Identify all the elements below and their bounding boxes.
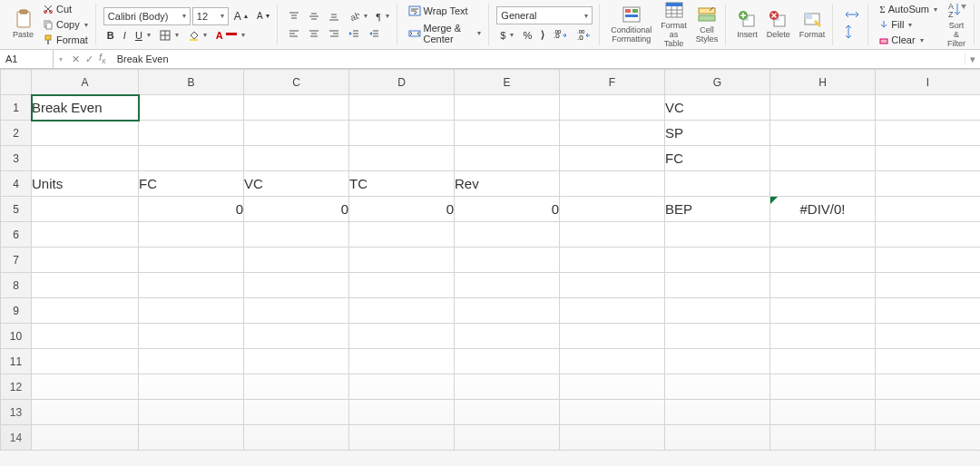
cancel-formula-icon[interactable]: ✕ xyxy=(72,53,80,65)
expand-formula-bar[interactable]: ▾ xyxy=(965,53,980,65)
align-left-button[interactable] xyxy=(285,26,303,41)
format-cells-button[interactable]: Format xyxy=(796,7,829,42)
cell-D12[interactable] xyxy=(349,374,455,400)
cell-G1[interactable]: VC xyxy=(665,95,770,121)
cell-C6[interactable] xyxy=(244,222,349,248)
cell-A9[interactable] xyxy=(32,298,139,324)
cell-B3[interactable] xyxy=(139,146,244,171)
row-header-5[interactable]: 5 xyxy=(1,197,32,222)
cell-A2[interactable] xyxy=(32,121,139,146)
col-header-H[interactable]: H xyxy=(770,70,876,95)
increase-indent-button[interactable] xyxy=(365,26,383,41)
cell-E10[interactable] xyxy=(455,324,560,349)
cell-H10[interactable] xyxy=(770,324,876,349)
cell-E11[interactable] xyxy=(455,349,560,374)
cell-F3[interactable] xyxy=(560,146,665,171)
cell-C10[interactable] xyxy=(244,324,349,349)
cell-D5[interactable]: 0 xyxy=(349,197,455,222)
cell-B12[interactable] xyxy=(139,374,244,400)
cell-C3[interactable] xyxy=(244,146,349,171)
cell-A13[interactable] xyxy=(32,400,139,425)
cell-I14[interactable] xyxy=(876,425,981,451)
cell-C14[interactable] xyxy=(244,425,349,451)
cell-A14[interactable] xyxy=(32,425,139,451)
clear-button[interactable]: Clear▾ xyxy=(876,33,941,47)
align-middle-button[interactable] xyxy=(305,9,323,24)
cell-I5[interactable] xyxy=(876,197,981,222)
col-header-A[interactable]: A xyxy=(32,70,139,95)
cell-F2[interactable] xyxy=(560,121,665,146)
row-header-1[interactable]: 1 xyxy=(1,95,32,121)
cell-G11[interactable] xyxy=(665,349,770,374)
cell-H8[interactable] xyxy=(770,273,876,298)
conditional-formatting-button[interactable]: ConditionalFormatting xyxy=(607,3,655,46)
col-header-E[interactable]: E xyxy=(455,70,560,95)
cell-E2[interactable] xyxy=(455,121,560,146)
cell-A10[interactable] xyxy=(32,324,139,349)
cell-D14[interactable] xyxy=(349,425,455,451)
increase-decimal-button[interactable]: .0.00 xyxy=(550,28,572,43)
cell-E8[interactable] xyxy=(455,273,560,298)
cell-I3[interactable] xyxy=(876,146,981,171)
cell-styles-button[interactable]: CellStyles xyxy=(692,3,722,46)
cell-G14[interactable] xyxy=(665,425,770,451)
cell-H14[interactable] xyxy=(770,425,876,451)
insert-button[interactable]: Insert xyxy=(733,7,761,42)
select-all-corner[interactable] xyxy=(1,70,32,95)
row-header-2[interactable]: 2 xyxy=(1,121,32,146)
col-header-G[interactable]: G xyxy=(665,70,770,95)
cell-D13[interactable] xyxy=(349,400,455,425)
cell-C1[interactable] xyxy=(244,95,349,121)
cell-E13[interactable] xyxy=(455,400,560,425)
fx-icon[interactable]: fx xyxy=(99,52,106,65)
paste-button[interactable]: Paste xyxy=(9,7,37,42)
row-header-12[interactable]: 12 xyxy=(1,374,32,400)
cell-D7[interactable] xyxy=(349,248,455,273)
cell-I6[interactable] xyxy=(876,222,981,248)
cell-I13[interactable] xyxy=(876,400,981,425)
cell-A12[interactable] xyxy=(32,374,139,400)
number-format-select[interactable]: General▾ xyxy=(496,6,593,24)
enter-formula-icon[interactable]: ✓ xyxy=(85,53,93,65)
font-name-select[interactable]: Calibri (Body)▾ xyxy=(103,7,191,25)
border-button[interactable]: ▾ xyxy=(156,28,182,43)
cell-D4[interactable]: TC xyxy=(349,171,455,197)
col-header-C[interactable]: C xyxy=(244,70,349,95)
cell-C12[interactable] xyxy=(244,374,349,400)
cell-A3[interactable] xyxy=(32,146,139,171)
cell-G12[interactable] xyxy=(665,374,770,400)
decrease-indent-button[interactable] xyxy=(345,26,363,41)
cell-G4[interactable] xyxy=(665,171,770,197)
cell-F14[interactable] xyxy=(560,425,665,451)
cell-F12[interactable] xyxy=(560,374,665,400)
cell-A7[interactable] xyxy=(32,248,139,273)
cell-B10[interactable] xyxy=(139,324,244,349)
cell-H9[interactable] xyxy=(770,298,876,324)
cell-G10[interactable] xyxy=(665,324,770,349)
cell-E7[interactable] xyxy=(455,248,560,273)
cell-E9[interactable] xyxy=(455,298,560,324)
cell-A6[interactable] xyxy=(32,222,139,248)
cell-D2[interactable] xyxy=(349,121,455,146)
cell-G3[interactable]: FC xyxy=(665,146,770,171)
cell-A11[interactable] xyxy=(32,349,139,374)
cell-D11[interactable] xyxy=(349,349,455,374)
row-header-7[interactable]: 7 xyxy=(1,248,32,273)
cell-B2[interactable] xyxy=(139,121,244,146)
cell-E1[interactable] xyxy=(455,95,560,121)
cell-B7[interactable] xyxy=(139,248,244,273)
row-header-4[interactable]: 4 xyxy=(1,171,32,197)
cell-C4[interactable]: VC xyxy=(244,171,349,197)
cell-H11[interactable] xyxy=(770,349,876,374)
cell-H7[interactable] xyxy=(770,248,876,273)
cell-F11[interactable] xyxy=(560,349,665,374)
format-as-table-button[interactable]: Formatas Table xyxy=(657,0,691,51)
cell-H12[interactable] xyxy=(770,374,876,400)
cell-B11[interactable] xyxy=(139,349,244,374)
fill-button[interactable]: Fill▾ xyxy=(876,17,941,32)
col-header-B[interactable]: B xyxy=(139,70,244,95)
cell-C2[interactable] xyxy=(244,121,349,146)
cell-E6[interactable] xyxy=(455,222,560,248)
cell-C5[interactable]: 0 xyxy=(244,197,349,222)
cell-H2[interactable] xyxy=(770,121,876,146)
